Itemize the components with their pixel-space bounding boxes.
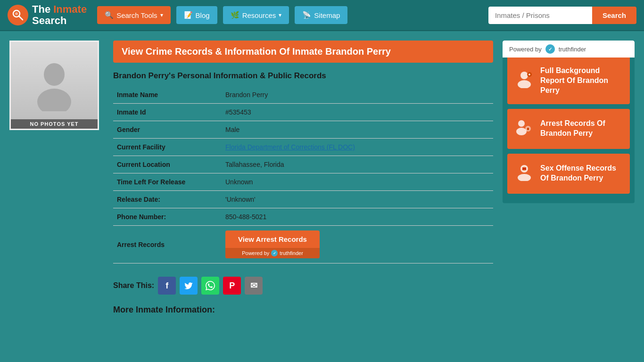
field-label: Current Facility <box>113 139 222 156</box>
view-arrest-powered-by: Powered by ✓ truthfinder <box>225 248 320 258</box>
table-row: Inmate Id#535453 <box>113 104 493 121</box>
svg-point-3 <box>44 63 65 86</box>
resources-icon: 🌿 <box>231 11 239 19</box>
silhouette-icon <box>33 59 75 111</box>
svg-point-15 <box>518 174 531 181</box>
svg-point-5 <box>520 72 528 79</box>
page-title: View Crime Records & Information Of Inma… <box>113 41 493 63</box>
field-value: Tallahassee, Florida <box>222 156 493 173</box>
section-title: Brandon Perry's Personal Information & P… <box>113 71 493 81</box>
svg-rect-13 <box>527 128 529 130</box>
logo-icon <box>8 5 28 25</box>
field-label: Inmate Name <box>113 86 222 104</box>
field-value: 'Unknown' <box>222 191 493 208</box>
logo[interactable]: The InmateSearch <box>8 4 87 26</box>
sidebar-card-icon-sex-offense <box>515 162 534 185</box>
truthfinder-small: truthfinder <box>280 250 303 256</box>
share-row: Share This: f P ✉ <box>113 277 493 295</box>
svg-point-10 <box>518 120 525 127</box>
truthfinder-label: truthfinder <box>559 46 586 53</box>
field-value[interactable]: Florida Department of Corrections (FL DO… <box>222 139 493 156</box>
table-row: Phone Number:850-488-5021 <box>113 208 493 226</box>
svg-point-11 <box>516 128 527 135</box>
table-row: Current FacilityFlorida Department of Co… <box>113 139 493 156</box>
svg-point-4 <box>37 89 71 111</box>
field-value: #535453 <box>222 104 493 121</box>
inmate-photo: NO PHOTOS YET <box>9 41 99 130</box>
field-label: Release Date: <box>113 191 222 208</box>
logo-text: The InmateSearch <box>32 4 87 26</box>
sitemap-label: Sitemap <box>314 11 340 19</box>
sidebar-card-arrest-records[interactable]: Arrest Records Of Brandon Perry <box>507 109 630 149</box>
svg-line-1 <box>19 16 23 20</box>
field-label: Phone Number: <box>113 208 222 226</box>
share-pinterest-button[interactable]: P <box>223 277 241 295</box>
field-value: Male <box>222 121 493 139</box>
blog-label: Blog <box>196 11 210 19</box>
main-content: NO PHOTOS YET View Crime Records & Infor… <box>0 31 644 324</box>
table-row: Time Left For ReleaseUnknown <box>113 173 493 191</box>
sidebar-container: Powered by ✓ truthfinder Full Background… <box>503 41 635 203</box>
more-info-title: More Inmate Information: <box>113 305 493 315</box>
sidebar-card-text-full-background: Full Background Report Of Brandon Perry <box>540 66 622 95</box>
tf-logo-small: ✓ <box>271 250 278 256</box>
sidebar-column: Powered by ✓ truthfinder Full Background… <box>503 41 635 315</box>
arrest-records-label: Arrest Records <box>113 226 222 263</box>
sidebar-card-full-background[interactable]: Full Background Report Of Brandon Perry <box>507 58 630 104</box>
field-label: Current Location <box>113 156 222 173</box>
search-input[interactable] <box>488 7 592 24</box>
search-button[interactable]: Search <box>592 7 636 24</box>
sidebar-cards: Full Background Report Of Brandon Perry … <box>503 58 635 193</box>
blog-icon: 📝 <box>184 11 193 19</box>
share-twitter-button[interactable] <box>180 277 198 295</box>
powered-by-small: Powered by <box>242 250 269 256</box>
view-arrest-cell: View Arrest Records Powered by ✓ truthfi… <box>222 226 493 263</box>
header: The InmateSearch 🔍 Search Tools 📝 Blog 🌿… <box>0 0 644 31</box>
info-column: View Crime Records & Information Of Inma… <box>113 41 493 315</box>
table-row: GenderMale <box>113 121 493 139</box>
facility-link[interactable]: Florida Department of Corrections (FL DO… <box>225 143 355 151</box>
blog-button[interactable]: 📝 Blog <box>176 6 217 24</box>
search-tools-button[interactable]: 🔍 Search Tools <box>97 6 170 24</box>
search-tools-icon: 🔍 <box>105 11 114 19</box>
field-value: Brandon Perry <box>222 86 493 104</box>
table-row: Current LocationTallahassee, Florida <box>113 156 493 173</box>
arrest-records-row: Arrest Records View Arrest Records Power… <box>113 226 493 263</box>
sitemap-icon: 📡 <box>302 11 311 19</box>
powered-by-label: Powered by <box>509 46 542 53</box>
share-facebook-button[interactable]: f <box>158 277 176 295</box>
powered-by-bar: Powered by ✓ truthfinder <box>503 41 635 58</box>
photo-column: NO PHOTOS YET <box>9 41 104 315</box>
sidebar-card-sex-offense[interactable]: Sex Offense Records Of Brandon Perry <box>507 154 630 194</box>
view-arrest-button[interactable]: View Arrest Records Powered by ✓ truthfi… <box>225 230 320 258</box>
sidebar-card-text-arrest-records: Arrest Records Of Brandon Perry <box>540 119 622 139</box>
sitemap-button[interactable]: 📡 Sitemap <box>295 6 347 24</box>
field-label: Inmate Id <box>113 104 222 121</box>
inmate-info-table: Inmate NameBrandon PerryInmate Id#535453… <box>113 86 493 263</box>
no-photos-label: NO PHOTOS YET <box>11 119 98 129</box>
svg-point-6 <box>518 80 531 88</box>
search-area: Search <box>488 7 636 24</box>
field-value: Unknown <box>222 173 493 191</box>
sidebar-card-text-sex-offense: Sex Offense Records Of Brandon Perry <box>540 164 622 183</box>
search-tools-label: Search Tools <box>116 11 157 19</box>
field-label: Time Left For Release <box>113 173 222 191</box>
field-label: Gender <box>113 121 222 139</box>
share-email-button[interactable]: ✉ <box>245 277 263 295</box>
share-label: Share This: <box>113 281 154 290</box>
sidebar-card-icon-full-background <box>515 69 534 92</box>
svg-point-2 <box>15 12 18 15</box>
table-row: Inmate NameBrandon Perry <box>113 86 493 104</box>
share-whatsapp-button[interactable] <box>201 277 219 295</box>
view-arrest-main-label: View Arrest Records <box>231 230 314 248</box>
resources-label: Resources <box>242 11 276 19</box>
resources-button[interactable]: 🌿 Resources <box>223 6 289 24</box>
truthfinder-logo-icon: ✓ <box>545 44 555 54</box>
field-value: 850-488-5021 <box>222 208 493 226</box>
sidebar-card-icon-arrest-records <box>515 117 534 140</box>
table-row: Release Date:'Unknown' <box>113 191 493 208</box>
